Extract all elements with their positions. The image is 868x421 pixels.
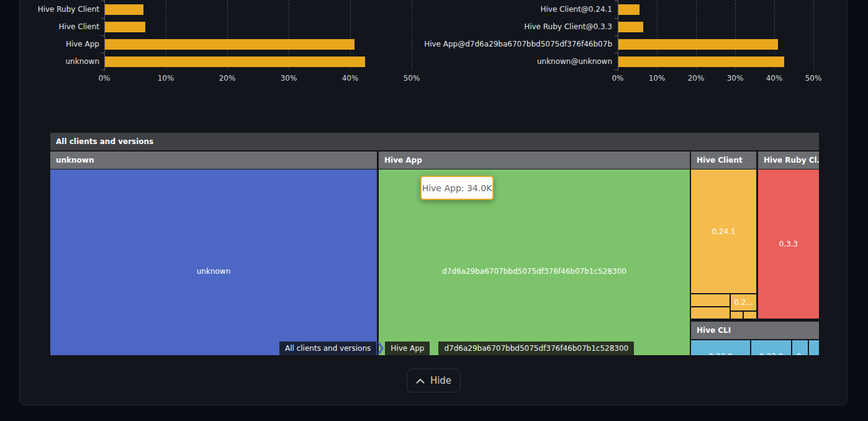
treemap-node-hive-client-small[interactable] xyxy=(691,294,730,306)
x-tick-label: 0% xyxy=(598,74,638,83)
treemap-node-unknown[interactable]: unknown xyxy=(50,170,377,355)
treemap-node-hive-client-02x[interactable]: 0.2... xyxy=(731,294,756,310)
breadcrumb-item-hive-app[interactable]: Hive App xyxy=(385,342,430,355)
hide-button-label: Hide xyxy=(430,375,451,386)
bar-Hive Client@0.24.1[interactable] xyxy=(618,4,640,15)
breadcrumb-chevron-icon xyxy=(430,342,438,355)
treemap-node-hive-cli-0230[interactable]: 0.23.0 xyxy=(691,340,750,355)
treemap-all-clients-and-versions: All clients and versions unknown unknown… xyxy=(50,133,819,355)
category-label: Hive Ruby Client@0.3.3 xyxy=(407,22,612,32)
bar-Hive Ruby Client@0.3.3[interactable] xyxy=(618,22,643,32)
x-tick-label: 10% xyxy=(637,74,677,83)
breadcrumb-item-hash[interactable]: d7d6a29ba6707bbd5075df376f46b07b1c528300 xyxy=(438,342,634,355)
x-tick-label: 40% xyxy=(754,74,794,83)
treemap-section-header-hive-cli[interactable]: Hive CLI xyxy=(691,322,819,339)
bar-unknown@unknown[interactable] xyxy=(618,57,784,67)
y-axis-tick xyxy=(615,18,618,19)
treemap-section-header-hive-ruby-client[interactable]: Hive Ruby Cl... xyxy=(758,152,819,169)
treemap-node-hive-cli-0x[interactable]: 0. xyxy=(792,340,808,355)
category-label: unknown@unknown xyxy=(407,57,612,67)
y-axis-tick xyxy=(615,70,618,70)
treemap-node-hive-ruby-033[interactable]: 0.3.3 xyxy=(758,170,819,319)
bar-Hive App@d7d6a29ba6707bbd5075df376f46b07b[interactable] xyxy=(618,39,778,50)
breadcrumb-chevron-icon xyxy=(376,342,385,355)
y-axis-tick xyxy=(615,53,618,53)
treemap-node-hive-client-tiny[interactable] xyxy=(731,312,743,319)
treemap-section-header-unknown[interactable]: unknown xyxy=(50,152,377,169)
treemap-node-hive-cli-0230b[interactable]: 0.23.0 xyxy=(751,340,791,355)
x-tick-label: 50% xyxy=(793,74,833,83)
treemap-root-header[interactable]: All clients and versions xyxy=(50,133,819,150)
x-tick-label: 20% xyxy=(676,74,716,83)
treemap-node-hive-client-small[interactable] xyxy=(691,307,730,319)
chevron-up-icon xyxy=(416,378,425,384)
x-tick-label: 30% xyxy=(715,74,755,83)
y-axis-tick xyxy=(615,35,618,36)
gridline xyxy=(813,0,814,70)
y-axis-tick xyxy=(615,1,618,1)
treemap-node-hive-client-tiny[interactable] xyxy=(744,312,756,319)
treemap-section-header-hive-app[interactable]: Hive App xyxy=(379,152,690,169)
treemap-tooltip: Hive App: 34.0K xyxy=(420,176,494,200)
treemap-section-header-hive-client[interactable]: Hive Client xyxy=(691,152,756,169)
category-label: Hive App@d7d6a29ba6707bbd5075df376f46b07… xyxy=(407,39,612,50)
treemap-node-hive-client-0241[interactable]: 0.24.1 xyxy=(691,170,756,293)
hide-button[interactable]: Hide xyxy=(407,369,461,392)
treemap-breadcrumb: All clients and versions Hive App d7d6a2… xyxy=(279,342,634,355)
breadcrumb-item-all-clients[interactable]: All clients and versions xyxy=(279,342,376,355)
category-label: Hive Client@0.24.1 xyxy=(407,4,612,15)
bar-chart-client-versions: 0%10%20%30%40%50%Hive Client@0.24.1Hive … xyxy=(0,0,868,87)
treemap-node-hive-cli-tiny[interactable] xyxy=(809,340,819,355)
